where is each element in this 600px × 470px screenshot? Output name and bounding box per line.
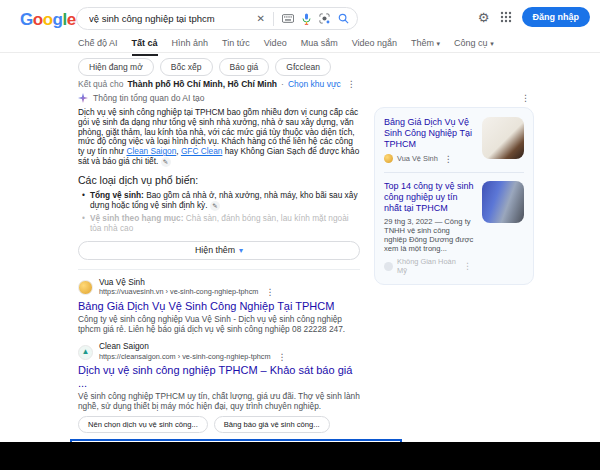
edit-icon[interactable]: ✎ xyxy=(210,201,220,211)
main-results-column: Thông tin tổng quan do AI tạo Dịch vụ vệ… xyxy=(78,93,360,470)
filter-chip-bao-gia[interactable]: Báo giá xyxy=(219,58,270,76)
location-bar: Kết quả cho Thành phố Hồ Chí Minh, Hồ Ch… xyxy=(78,79,358,89)
filter-chip-gfcclean[interactable]: Gfcclean xyxy=(275,58,331,76)
side-panel-more-icon[interactable]: ⋮ xyxy=(374,93,534,104)
ai-overview-label: Thông tin tổng quan do AI tạo xyxy=(93,93,205,103)
result-title[interactable]: Dịch vụ vệ sinh công nghiệp TPHCM – Khảo… xyxy=(78,364,360,390)
side-panel-item[interactable]: Bảng Giá Dịch Vụ Vệ Sinh Công Nghiệp Tại… xyxy=(384,117,524,164)
side-panel-item[interactable]: Top 14 công ty vệ sinh công nghiệp uy tí… xyxy=(384,181,524,275)
microphone-icon[interactable] xyxy=(302,13,311,25)
filter-chip-open-now[interactable]: Hiện đang mở xyxy=(78,58,154,76)
chevron-down-icon: ▾ xyxy=(490,40,494,47)
ai-overview-header: Thông tin tổng quan do AI tạo xyxy=(78,93,360,103)
tab-news[interactable]: Tin tức xyxy=(222,38,250,56)
tab-tools-label: Công cụ xyxy=(454,38,488,48)
tab-more[interactable]: Thêm ▾ xyxy=(411,38,440,56)
related-results-card: Bảng Giá Dịch Vụ Vệ Sinh Công Nghiệp Tại… xyxy=(374,107,534,285)
bullet-bold: Vệ sinh theo hạng mục: xyxy=(90,213,184,223)
show-more-label: Hiện thêm xyxy=(195,245,235,255)
location-more-icon[interactable]: ⋮ xyxy=(345,79,358,89)
source-favicon xyxy=(384,262,393,271)
header-right: ⚙ Đăng nhập xyxy=(478,7,590,27)
link-gfc-clean[interactable]: GFC Clean xyxy=(181,146,223,156)
side-item-thumbnail[interactable] xyxy=(482,117,524,159)
sitelink-chip[interactable]: Nên chọn dịch vụ vệ sinh công... xyxy=(78,416,208,433)
tab-short-videos[interactable]: Video ngắn xyxy=(352,38,397,56)
logo-letter: g xyxy=(53,10,63,29)
sign-in-button[interactable]: Đăng nhập xyxy=(522,7,591,27)
search-result-clean-saigon: ▲ Clean Saigon https://cleansaigon.com ›… xyxy=(78,342,360,433)
logo-letter: o xyxy=(43,10,53,29)
side-item-more-icon[interactable]: ⋮ xyxy=(461,261,474,271)
triangle-logo: ▲ xyxy=(82,348,90,356)
keyboard-icon[interactable] xyxy=(282,14,294,23)
tab-videos[interactable]: Video xyxy=(264,38,287,56)
ai-bullet-item: •Tổng vệ sinh: Bao gồm cả nhà ở, nhà xưở… xyxy=(78,191,360,211)
side-item-title[interactable]: Top 14 công ty vệ sinh công nghiệp uy tí… xyxy=(384,181,474,214)
side-item-title[interactable]: Bảng Giá Dịch Vụ Vệ Sinh Công Nghiệp Tại… xyxy=(384,117,474,150)
filter-chips: Hiện đang mở Bốc xếp Báo giá Gfcclean xyxy=(78,58,331,76)
ai-bullet-item-faded: •Vệ sinh theo hạng mục: Chà sàn, đánh bó… xyxy=(78,214,360,234)
ai-overview: Thông tin tổng quan do AI tạo Dịch vụ vệ… xyxy=(78,93,360,260)
ai-overview-subheading: Các loại dịch vụ phổ biến: xyxy=(78,174,360,186)
link-clean-saigon[interactable]: Clean Saigon xyxy=(126,146,176,156)
tabs-divider xyxy=(0,52,600,53)
bottom-black-bar xyxy=(0,442,600,470)
location-prefix: Kết quả cho xyxy=(78,79,123,89)
result-more-icon[interactable]: ⋮ xyxy=(276,352,289,362)
apps-grid-icon[interactable] xyxy=(500,11,512,23)
tab-ai-mode[interactable]: Chế độ AI xyxy=(78,38,118,56)
bullet-icon: • xyxy=(82,214,85,234)
results-columns: Thông tin tổng quan do AI tạo Dịch vụ vệ… xyxy=(78,93,534,470)
edit-icon[interactable]: ✎ xyxy=(161,157,171,167)
ai-sparkle-icon xyxy=(78,93,88,103)
site-favicon: ▲ xyxy=(78,345,93,360)
result-title[interactable]: Bảng Giá Dịch Vụ Vệ Sinh Công Nghiệp Tại… xyxy=(78,300,360,313)
sitelink-chip[interactable]: Bảng báo giá vệ sinh công... xyxy=(214,416,330,433)
tab-more-label: Thêm xyxy=(411,38,434,48)
site-name: Vua Vệ Sinh xyxy=(99,278,276,288)
settings-gear-icon[interactable]: ⚙ xyxy=(478,11,490,24)
site-url: https://cleansaigon.com › ve-sinh-cong-n… xyxy=(99,352,289,362)
search-result-vua-ve-sinh: Vua Vệ Sinh https://vuavesinh.vn › ve-si… xyxy=(78,278,360,334)
location-value: Thành phố Hồ Chí Minh, Hồ Chí Minh xyxy=(127,79,277,89)
search-input[interactable] xyxy=(89,13,257,24)
google-logo[interactable]: Google xyxy=(20,10,76,30)
result-source-row[interactable]: Vua Vệ Sinh https://vuavesinh.vn › ve-si… xyxy=(78,278,360,298)
url-text: https://vuavesinh.vn › ve-sinh-cong-nghi… xyxy=(99,288,258,296)
chevron-down-icon: ▾ xyxy=(437,40,441,47)
show-more-button[interactable]: Hiện thêm▾ xyxy=(78,241,360,260)
source-name: Không Gian Hoàn Mỹ xyxy=(397,257,457,275)
url-text: https://cleansaigon.com › ve-sinh-cong-n… xyxy=(99,353,271,361)
filter-chip-boc-xep[interactable]: Bốc xếp xyxy=(160,58,213,76)
clear-search-icon[interactable]: ✕ xyxy=(257,13,265,24)
google-lens-icon[interactable] xyxy=(319,13,330,24)
source-name: Vua Vệ Sinh xyxy=(397,154,438,163)
chevron-down-icon: ▾ xyxy=(239,246,243,255)
side-panel-column: ⋮ Bảng Giá Dịch Vụ Vệ Sinh Công Nghiệp T… xyxy=(374,93,534,470)
logo-letter: o xyxy=(33,10,43,29)
site-url: https://vuavesinh.vn › ve-sinh-cong-nghi… xyxy=(99,287,276,297)
result-source-row[interactable]: ▲ Clean Saigon https://cleansaigon.com ›… xyxy=(78,342,360,362)
search-bar-icons: ✕ xyxy=(257,12,349,26)
ai-overview-paragraph: Dịch vụ vệ sinh công nghiệp tại TPHCM ba… xyxy=(78,108,360,167)
result-sitelink-chips: Nên chọn dịch vụ vệ sinh công... Bảng bá… xyxy=(78,416,360,433)
tab-images[interactable]: Hình ảnh xyxy=(172,38,209,56)
tab-tools[interactable]: Công cụ ▾ xyxy=(454,38,494,56)
source-favicon xyxy=(384,154,393,163)
ai-overview-bullets: •Tổng vệ sinh: Bao gồm cả nhà ở, nhà xưở… xyxy=(78,191,360,234)
search-bar[interactable]: ✕ xyxy=(76,7,358,30)
logo-letter: G xyxy=(20,10,33,29)
site-name: Clean Saigon xyxy=(99,342,289,352)
choose-region-link[interactable]: Chọn khu vực xyxy=(288,79,341,89)
result-more-icon[interactable]: ⋮ xyxy=(263,287,276,297)
tab-all[interactable]: Tất cả xyxy=(132,38,158,56)
tab-shopping[interactable]: Mua sắm xyxy=(301,38,338,56)
side-item-more-icon[interactable]: ⋮ xyxy=(442,154,455,164)
search-icon[interactable] xyxy=(338,13,349,24)
card-divider xyxy=(384,172,524,173)
side-item-thumbnail[interactable] xyxy=(482,181,524,223)
side-item-snippet: 29 thg 3, 2022 — Công ty TNHH vệ sinh cô… xyxy=(384,217,474,253)
side-item-source: Không Gian Hoàn Mỹ ⋮ xyxy=(384,257,474,275)
header: Google ✕ ⚙ Đăng nhập xyxy=(0,0,600,34)
